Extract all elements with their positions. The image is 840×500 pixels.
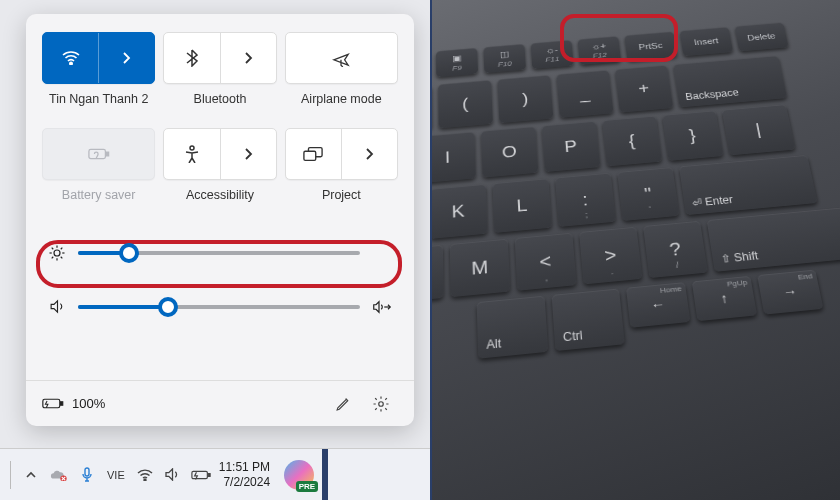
copilot-button[interactable]: PRE (284, 460, 314, 490)
svg-point-0 (69, 62, 71, 64)
svg-rect-19 (61, 402, 63, 405)
svg-line-14 (61, 248, 63, 250)
project-tile[interactable] (285, 128, 398, 180)
svg-rect-27 (192, 471, 207, 478)
tray-chevron-up-icon[interactable] (19, 461, 43, 489)
audio-output-button[interactable] (372, 300, 392, 314)
key-}: } (662, 111, 723, 161)
key-f9: ▣F9 (436, 48, 478, 77)
volume-slider-thumb[interactable] (158, 297, 178, 317)
key-): ) (497, 75, 553, 123)
settings-button[interactable] (364, 387, 398, 421)
key-arrow: →End (757, 270, 823, 315)
volume-slider-row (42, 292, 398, 321)
laptop-keyboard-photo: 🔒▣F9◫F10☼-F11☼+F12PrtScInsertDelete*()_+… (432, 0, 840, 500)
key-N: N (432, 245, 444, 304)
svg-point-3 (190, 146, 194, 150)
accessibility-label: Accessibility (186, 188, 254, 216)
brightness-slider-thumb[interactable] (119, 243, 139, 263)
key-(: ( (438, 80, 493, 129)
wifi-icon (43, 33, 99, 83)
project-icon (286, 129, 342, 179)
key-arrow: ↑PgUp (692, 276, 757, 321)
key-L: L (493, 178, 552, 233)
svg-rect-24 (85, 468, 89, 476)
key-": "' (617, 167, 679, 221)
airplane-tile[interactable] (285, 32, 398, 84)
key-alt: Alt (477, 296, 548, 359)
svg-rect-2 (106, 152, 108, 156)
taskbar-date: 7/2/2024 (223, 475, 270, 490)
svg-rect-28 (208, 473, 210, 476)
tray-onedrive-icon[interactable] (47, 461, 71, 489)
key-?: ?/ (643, 221, 708, 278)
wifi-tile[interactable] (42, 32, 155, 84)
bluetooth-tile[interactable] (163, 32, 276, 84)
battery-saver-icon (88, 147, 110, 161)
tray-wifi-icon[interactable] (133, 461, 157, 489)
key-backslash: | (722, 104, 796, 155)
key-insert: Insert (679, 27, 733, 56)
battery-saver-label: Battery saver (62, 188, 136, 216)
taskbar-time: 11:51 PM (219, 460, 270, 475)
battery-saver-tile (42, 128, 155, 180)
key-f11: ☼-F11 (531, 40, 574, 69)
key-f12: ☼+F12 (578, 36, 622, 65)
chevron-right-icon[interactable] (342, 129, 397, 179)
svg-line-12 (61, 257, 63, 259)
chevron-right-icon[interactable] (221, 33, 276, 83)
copilot-badge: PRE (296, 481, 318, 492)
tray-microphone-icon[interactable] (75, 461, 99, 489)
brightness-icon (48, 244, 66, 262)
wifi-label: Tin Ngan Thanh 2 (49, 92, 148, 120)
key-I: I (432, 132, 476, 184)
battery-status[interactable]: 100% (42, 396, 105, 411)
language-indicator[interactable]: VIE (103, 467, 129, 483)
key-{: { (602, 116, 662, 167)
accessibility-tile[interactable] (163, 128, 276, 180)
key-prtsc: PrtSc (624, 31, 677, 61)
windows-quick-settings-area: Tin Ngan Thanh 2BluetoothAirplane modeBa… (0, 0, 432, 500)
key-P: P (542, 121, 601, 172)
svg-marker-26 (166, 469, 173, 480)
tray-volume-icon[interactable] (161, 461, 185, 489)
airplane-label: Airplane mode (301, 92, 382, 120)
key-shift: ⇧ Shift (707, 206, 840, 272)
edit-quick-settings-button[interactable] (326, 387, 360, 421)
svg-point-25 (144, 479, 146, 481)
svg-line-11 (52, 248, 54, 250)
key-O: O (481, 126, 538, 177)
bluetooth-icon (164, 33, 220, 83)
key-enter: ⏎ Enter (679, 155, 818, 215)
key-ctrl: Ctrl (552, 289, 625, 352)
key-M: M (450, 239, 510, 297)
key-f10: ◫F10 (483, 44, 526, 73)
key-+: + (615, 65, 673, 113)
accessibility-icon (164, 129, 220, 179)
airplane-icon (332, 49, 350, 67)
key->: >. (579, 227, 642, 285)
key-_: _ (556, 70, 613, 118)
chevron-right-icon[interactable] (221, 129, 276, 179)
taskbar: VIE 11:51 PM 7/2/2024 PRE (0, 448, 430, 500)
key-arrow: ←Home (626, 282, 690, 328)
battery-icon (42, 396, 64, 411)
brightness-slider[interactable] (78, 251, 360, 255)
key-<: <, (515, 233, 577, 291)
chevron-right-icon[interactable] (99, 33, 154, 83)
quick-panel-footer: 100% (26, 380, 414, 426)
tray-battery-icon[interactable] (189, 461, 213, 489)
taskbar-clock[interactable]: 11:51 PM 7/2/2024 (213, 460, 276, 490)
svg-marker-15 (51, 301, 57, 312)
key-backspace: Backspace (673, 55, 787, 107)
quick-action-tiles: Tin Ngan Thanh 2BluetoothAirplane modeBa… (42, 32, 398, 216)
svg-marker-16 (374, 301, 379, 312)
key-:: :; (555, 173, 616, 227)
brightness-slider-row (42, 238, 398, 268)
volume-slider[interactable] (78, 305, 360, 309)
bluetooth-label: Bluetooth (194, 92, 247, 120)
svg-rect-5 (304, 151, 316, 160)
key-delete: Delete (734, 22, 788, 51)
svg-line-13 (52, 257, 54, 259)
svg-point-6 (54, 250, 60, 256)
